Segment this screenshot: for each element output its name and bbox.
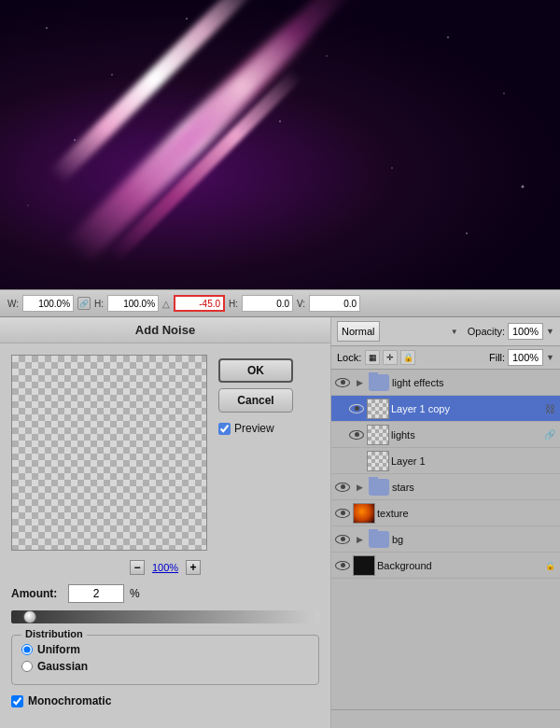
toolbar-v-label: V: [297,299,305,309]
toolbar-h2-label: H: [229,299,238,309]
lock-icons: ▦ ✛ 🔒 [365,350,415,365]
eye-icon [335,483,350,492]
eye-button[interactable] [334,374,351,391]
zoom-in-button[interactable]: + [186,560,201,575]
layer-item[interactable]: Layer 1 [331,448,560,474]
expand-arrow[interactable]: ▶ [353,376,366,389]
layer-item[interactable]: lights 🔗 [331,422,560,448]
layer-extra: 🔗 [542,427,557,442]
preview-area: OK Cancel Preview [11,355,319,551]
fill-arrow[interactable]: ▼ [546,353,554,362]
distribution-box: Distribution Uniform Gaussian [11,635,319,685]
fill-input[interactable] [508,349,543,366]
expand-arrow[interactable]: ▶ [353,481,366,494]
black-thumb [354,556,374,575]
stars-overlay [0,0,560,289]
eye-button[interactable] [348,453,365,469]
layer-thumbnail [368,372,390,393]
uniform-label: Uniform [37,643,80,656]
checker-thumb [368,399,388,418]
toolbar-v-input[interactable] [309,295,360,312]
opacity-label: Opacity: [468,326,505,337]
cancel-button[interactable]: Cancel [218,388,293,413]
layer-name: Layer 1 [391,455,557,467]
gaussian-label: Gaussian [37,660,88,673]
canvas-area [0,0,560,289]
layer-name: light effects [392,377,557,388]
zoom-out-button[interactable]: − [130,560,145,575]
layer-item[interactable]: ▶ stars [331,474,560,500]
fill-row: Fill: ▼ [489,349,554,366]
chain-icon: ⛓ [545,403,555,414]
layers-panel: Normal Opacity: ▼ Lock: ▦ ✛ 🔒 Fill: ▼ [331,317,560,728]
main-bottom: Add Noise OK Cancel Preview − 100% + [0,317,560,728]
eye-button[interactable] [334,557,351,574]
blend-mode-select[interactable]: Normal [337,321,380,342]
layer-list: ▶ light effects Layer 1 copy ⛓ lights 🔗 [331,370,560,709]
layer-name: bg [392,534,557,545]
percent-label: % [130,587,140,600]
preview-canvas [11,355,207,551]
opacity-arrow[interactable]: ▼ [546,327,554,336]
mono-label: Monochromatic [28,694,111,707]
eye-icon [335,378,350,387]
zoom-label[interactable]: 100% [152,562,178,573]
gaussian-row: Gaussian [21,660,309,673]
layer-thumbnail [368,529,390,550]
mono-row: Monochromatic [11,694,319,707]
layer-item[interactable]: Background 🔒 [331,553,560,579]
slider-container [11,610,319,623]
toolbar-h-input[interactable] [107,295,159,312]
folder-icon [369,531,389,548]
layer-thumbnail [353,503,375,524]
toolbar-rotate-input[interactable] [174,295,225,312]
layer-item[interactable]: texture [331,500,560,526]
mono-checkbox[interactable] [11,695,23,707]
layer-thumbnail [368,477,390,497]
layer-name: texture [377,508,557,519]
eye-button[interactable] [334,531,351,548]
toolbar-h2-input[interactable] [242,295,293,312]
amount-input[interactable] [68,584,124,603]
eye-button[interactable] [334,505,351,522]
lock-position-btn[interactable]: ✛ [383,350,398,365]
layers-lock-row: Lock: ▦ ✛ 🔒 Fill: ▼ [331,346,560,370]
layer-item[interactable]: Layer 1 copy ⛓ [331,396,560,422]
checker-thumb [368,426,388,444]
ok-button[interactable]: OK [218,358,293,383]
slider-track[interactable] [11,610,319,623]
eye-icon [349,404,364,413]
blend-mode-wrapper: Normal [337,321,462,342]
layer-item[interactable]: ▶ bg [331,526,560,553]
expand-arrow[interactable]: ▶ [353,533,366,546]
uniform-radio[interactable] [21,644,33,655]
eye-button[interactable] [348,400,365,417]
eye-button[interactable] [348,427,365,443]
preview-checkbox[interactable] [218,423,231,435]
layer-thumbnail [367,451,389,471]
layer-name: lights [391,429,540,441]
lock-label: Lock: [337,352,361,363]
gaussian-radio[interactable] [21,661,33,672]
layer-item[interactable]: ▶ light effects [331,370,560,396]
toolbar-w-input[interactable] [22,295,74,312]
lock-all-btn[interactable]: 🔒 [400,350,415,365]
toolbar-h-label: H: [94,299,104,309]
slider-thumb[interactable] [23,610,36,623]
layer-name: Layer 1 copy [391,403,540,414]
eye-button[interactable] [334,479,351,496]
eye-icon [335,561,350,570]
opacity-input[interactable] [508,323,543,340]
eye-icon [335,535,350,544]
layers-footer [331,709,560,728]
folder-icon [369,479,389,496]
layer-extra: ⛓ [542,401,557,416]
dialog-title: Add Noise [0,317,330,343]
lock-pixels-btn[interactable]: ▦ [365,350,380,365]
layer-name: stars [392,482,557,493]
orange-thumb [354,504,374,523]
checker-thumb [368,452,388,470]
rotate-icon: △ [162,299,170,309]
eye-icon [335,509,350,518]
layer-thumbnail [353,555,375,576]
